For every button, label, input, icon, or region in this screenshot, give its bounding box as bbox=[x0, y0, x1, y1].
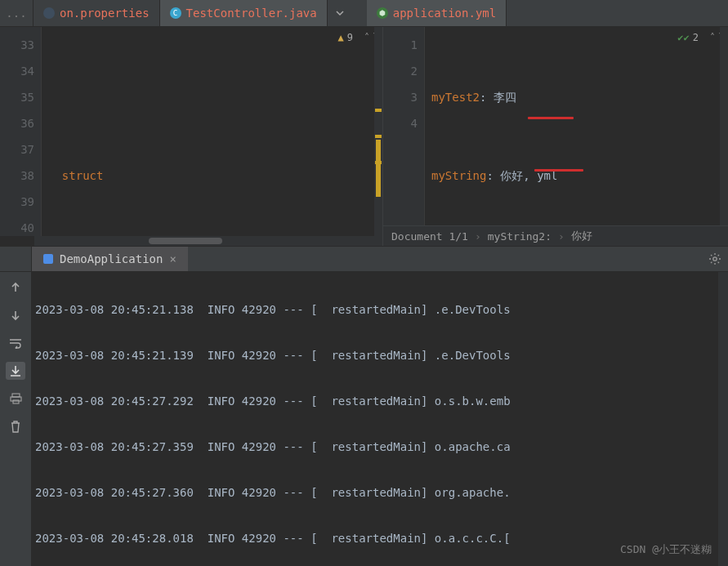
vertical-scrollbar[interactable] bbox=[718, 272, 728, 566]
java-icon: C bbox=[170, 7, 181, 19]
code-area-java[interactable]: struct oid postConstruct() { em.out.prin… bbox=[42, 27, 382, 236]
line-number-gutter: 1 2 3 4 bbox=[383, 27, 425, 225]
warning-count: 9 bbox=[347, 32, 353, 43]
tab-properties[interactable]: on.properties bbox=[33, 0, 160, 26]
svg-rect-1 bbox=[12, 394, 20, 397]
run-tab-label: DemoApplication bbox=[60, 252, 163, 265]
warning-icon: ▲ bbox=[338, 32, 344, 43]
crumb-key: myString2: bbox=[488, 230, 552, 243]
editor-tab-bar: ... on.properties C TestController.java … bbox=[0, 0, 728, 27]
tab-label: on.properties bbox=[60, 7, 150, 20]
console-output[interactable]: 2023-03-08 20:45:21.138 INFO 42920 --- [… bbox=[32, 272, 718, 566]
close-icon[interactable]: × bbox=[169, 252, 176, 265]
crumb-doc: Document 1/1 bbox=[391, 230, 468, 243]
console-toolbar bbox=[0, 272, 32, 566]
log-line: 2023-03-08 20:45:27.292 INFO 42920 --- [… bbox=[35, 390, 718, 412]
tab-label: application.yml bbox=[393, 7, 496, 20]
prev-highlight-icon[interactable]: ˄ bbox=[710, 32, 715, 43]
tabs-overflow-left[interactable]: ... bbox=[0, 0, 33, 26]
tab-label: TestController.java bbox=[186, 7, 317, 20]
down-icon[interactable] bbox=[6, 306, 25, 324]
inspection-badge[interactable]: ✔✔ 2 bbox=[677, 32, 699, 43]
gear-icon[interactable] bbox=[708, 252, 721, 265]
log-line: 2023-03-08 20:45:27.360 INFO 42920 --- [… bbox=[35, 481, 718, 504]
yml-icon: ⬢ bbox=[377, 7, 388, 19]
trash-icon[interactable] bbox=[6, 417, 25, 435]
watermark: CSDN @小王不迷糊 bbox=[620, 538, 712, 561]
tab-overflow-chevron[interactable] bbox=[328, 0, 352, 26]
editor-left: 33 34 35 36 37 38 39 40 struct oid postC… bbox=[0, 27, 383, 246]
run-tool-window: DemoApplication × 2023-03-08 20:45:21.13… bbox=[0, 246, 728, 566]
log-line: 2023-03-08 20:45:28.018 INFO 42920 --- [… bbox=[35, 527, 718, 550]
soft-wrap-icon[interactable] bbox=[6, 334, 25, 352]
log-line: 2023-03-08 20:45:21.139 INFO 42920 --- [… bbox=[35, 344, 718, 367]
up-icon[interactable] bbox=[6, 279, 25, 296]
editor-right: 1 2 3 4 myTest2: 李四 myString: 你好, yml my… bbox=[383, 27, 728, 246]
print-icon[interactable] bbox=[6, 390, 25, 408]
svg-point-0 bbox=[713, 257, 717, 261]
tab-java-active[interactable]: C TestController.java bbox=[160, 0, 328, 26]
check-icon: ✔✔ bbox=[677, 32, 689, 43]
crumb-val: 你好 bbox=[571, 229, 592, 243]
run-config-tab[interactable]: DemoApplication × bbox=[32, 247, 188, 271]
code-area-yml[interactable]: myTest2: 李四 myString: 你好, yml myString2:… bbox=[425, 27, 728, 225]
run-icon bbox=[43, 254, 53, 264]
file-icon bbox=[43, 7, 55, 19]
tab-yml-active[interactable]: ⬢ application.yml bbox=[367, 0, 507, 26]
prev-highlight-icon[interactable]: ˄ bbox=[364, 32, 369, 43]
horizontal-scrollbar[interactable] bbox=[34, 236, 382, 246]
line-number-gutter: 33 34 35 36 37 38 39 40 bbox=[0, 27, 42, 236]
log-line: 2023-03-08 20:45:27.359 INFO 42920 --- [… bbox=[35, 435, 718, 458]
log-line: 2023-03-08 20:45:21.138 INFO 42920 --- [… bbox=[35, 298, 718, 321]
warning-count: 2 bbox=[693, 32, 699, 43]
inspection-badge[interactable]: ▲ 9 bbox=[338, 32, 353, 43]
scroll-to-end-icon[interactable] bbox=[6, 362, 25, 380]
breadcrumb[interactable]: Document 1/1 › myString2: › 你好 bbox=[383, 225, 728, 246]
